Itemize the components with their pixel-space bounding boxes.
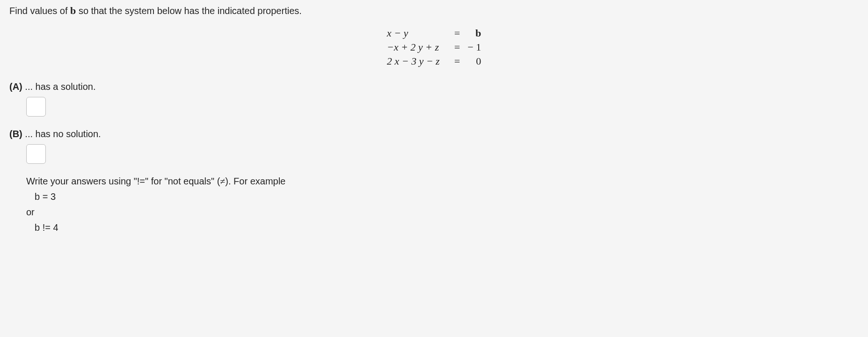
- eq2-lhs: −x + 2 y + z: [384, 40, 450, 54]
- equation-row-2: −x + 2 y + z = − 1: [384, 40, 484, 54]
- instructions-line-1: Write your answers using "!=" for "not e…: [26, 176, 859, 187]
- part-b-text: ... has no solution.: [22, 129, 101, 139]
- prompt-text-pre: Find values of: [9, 6, 70, 16]
- part-a-prompt: (A) ... has a solution.: [9, 81, 859, 92]
- eq1-rhs: b: [465, 26, 484, 40]
- instr-pre: Write your answers using "!=" for "not e…: [26, 176, 220, 186]
- equation-row-3: 2 x − 3 y − z = 0: [384, 54, 484, 68]
- part-a-text: ... has a solution.: [22, 81, 96, 92]
- eq3-rhs: 0: [465, 54, 484, 68]
- eq3-lhs: 2 x − 3 y − z: [384, 54, 450, 68]
- eq3-equals: =: [450, 54, 465, 68]
- part-a: (A) ... has a solution.: [9, 81, 859, 117]
- answer-instructions: Write your answers using "!=" for "not e…: [26, 176, 859, 233]
- eq1-lhs: x − y: [384, 26, 450, 40]
- prompt-text-post: so that the system below has the indicat…: [76, 6, 302, 16]
- example-2: b != 4: [35, 222, 859, 233]
- question-prompt: Find values of b so that the system belo…: [9, 5, 859, 17]
- eq2-equals: =: [450, 40, 465, 54]
- part-a-answer-input[interactable]: [26, 97, 46, 117]
- equation-system: x − y = b −x + 2 y + z = − 1 2 x − 3 y −…: [9, 26, 859, 68]
- part-b-label: (B): [9, 129, 22, 139]
- instructions-or: or: [26, 207, 859, 218]
- part-a-label: (A): [9, 81, 22, 92]
- part-b-answer-input[interactable]: [26, 144, 46, 164]
- equation-row-1: x − y = b: [384, 26, 484, 40]
- eq2-rhs: − 1: [465, 40, 484, 54]
- example-1: b = 3: [35, 191, 859, 202]
- eq1-equals: =: [450, 26, 465, 40]
- prompt-variable: b: [70, 5, 76, 16]
- instr-post: ). For example: [225, 176, 285, 186]
- part-b-prompt: (B) ... has no solution.: [9, 129, 859, 139]
- not-equals-symbol: ≠: [220, 176, 225, 187]
- part-b: (B) ... has no solution.: [9, 129, 859, 164]
